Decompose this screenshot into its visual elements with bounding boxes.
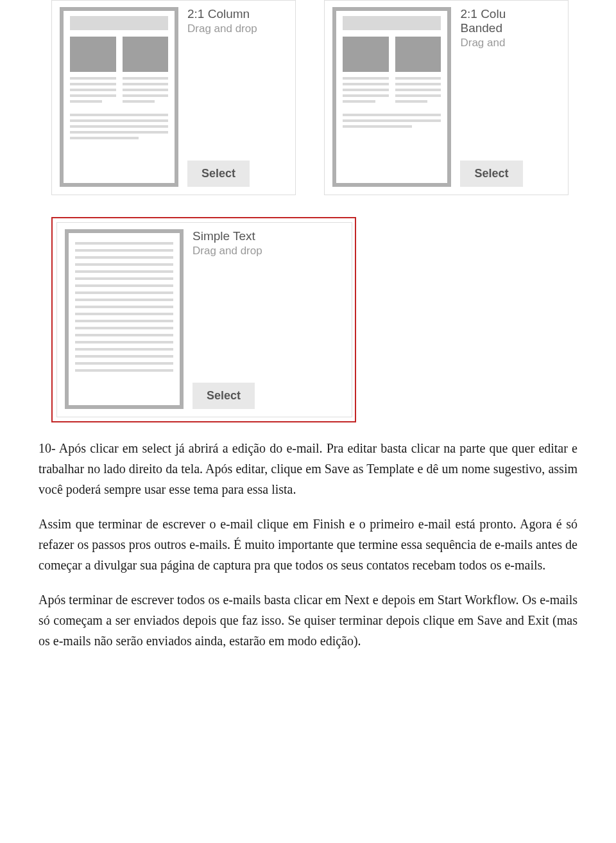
template-row: 2:1 Column Drag and drop Select [0, 0, 616, 195]
paragraph-finish: Assim que terminar de escrever o e-mail … [38, 514, 578, 575]
template-card-2-1-column-banded[interactable]: 2:1 Colu Banded Drag and Select [324, 0, 569, 195]
paragraph-10: 10- Após clicar em select já abrirá a ed… [38, 438, 578, 500]
template-thumb [65, 229, 184, 409]
document-body: 10- Após clicar em select já abrirá a ed… [0, 438, 616, 684]
select-button[interactable]: Select [187, 161, 250, 187]
template-subtitle: Drag and drop [187, 22, 281, 35]
template-thumb [60, 7, 178, 187]
select-button[interactable]: Select [460, 161, 522, 187]
template-subtitle: Drag and [460, 37, 554, 49]
template-title: 2:1 Colu [460, 7, 554, 21]
select-button[interactable]: Select [193, 383, 255, 409]
template-card-simple-text[interactable]: Simple Text Drag and drop Select [56, 222, 352, 417]
template-title-line2: Banded [460, 21, 554, 35]
paragraph-next: Após terminar de escrever todos os e-mai… [38, 589, 578, 651]
template-card-highlighted: Simple Text Drag and drop Select [51, 217, 356, 422]
template-title: 2:1 Column [187, 7, 281, 21]
template-title: Simple Text [193, 229, 286, 243]
template-thumb [332, 7, 451, 187]
template-subtitle: Drag and drop [193, 245, 286, 257]
template-card-2-1-column[interactable]: 2:1 Column Drag and drop Select [51, 0, 296, 195]
